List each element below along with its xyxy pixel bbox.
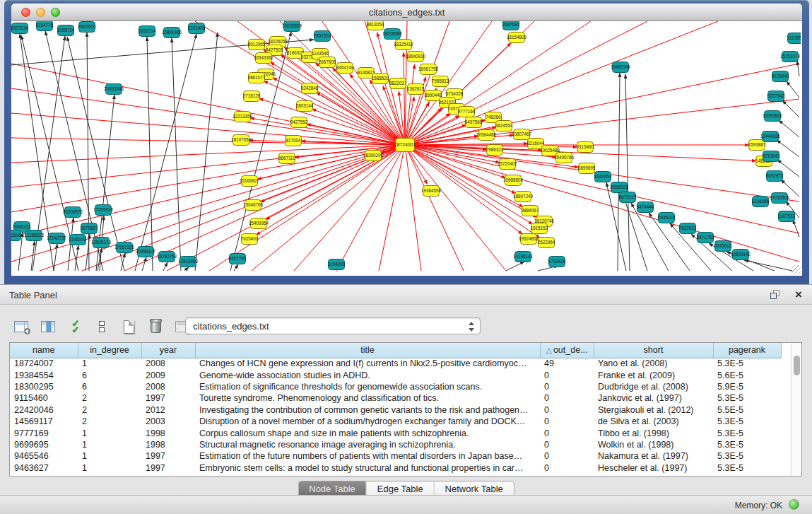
table-cell[interactable]: 2008 [141, 381, 195, 392]
table-row[interactable]: 969969511998Structural magnetic resonanc… [10, 439, 781, 450]
table-cell[interactable]: 9465546 [10, 450, 78, 462]
graph-node[interactable]: 1216086 [752, 197, 770, 207]
resize-grip[interactable] [792, 265, 801, 274]
graph-node[interactable]: 12505123 [91, 238, 112, 248]
graph-node[interactable]: 6679197 [619, 192, 637, 203]
float-panel-icon[interactable] [770, 290, 781, 300]
graph-node[interactable]: 9245012 [714, 241, 732, 252]
graph-node[interactable]: 8912955 [248, 40, 266, 50]
graph-node[interactable]: 9884067 [522, 206, 539, 216]
graph-node[interactable]: 2935114 [658, 213, 676, 223]
graph-node[interactable]: 16033809 [282, 21, 302, 32]
table-cell[interactable]: 0 [540, 439, 594, 450]
table-cell[interactable]: Hescheler et al. (1997) [594, 462, 713, 474]
table-cell[interactable]: 9463627 [10, 462, 78, 474]
graph-node[interactable]: 9457791 [229, 254, 247, 264]
graph-node[interactable]: 1167533 [778, 211, 796, 222]
graph-node[interactable]: 16782753 [157, 252, 177, 262]
citation-edge-selected[interactable] [405, 145, 799, 233]
table-cell[interactable]: 1997 [141, 462, 195, 474]
graph-node[interactable]: 20891406 [162, 28, 182, 38]
graph-node[interactable]: 2687682 [502, 21, 520, 30]
graph-node[interactable]: 9129946 [772, 71, 789, 82]
graph-node[interactable]: 15751074 [780, 52, 801, 62]
graph-node[interactable]: 1623134 [11, 23, 29, 34]
graph-node[interactable]: 1615152 [531, 223, 548, 234]
graph-node[interactable]: 1112658 [787, 33, 801, 44]
citation-edge[interactable] [54, 244, 57, 271]
row-height-button[interactable] [90, 314, 113, 339]
citation-edge[interactable] [147, 37, 153, 271]
column-header-short[interactable]: short [594, 343, 713, 358]
graph-node[interactable]: 2803144 [296, 101, 314, 112]
citation-edge[interactable] [506, 262, 524, 271]
table-cell[interactable]: 9699695 [10, 439, 78, 450]
table-cell[interactable]: 1998 [141, 439, 195, 450]
citation-edge-selected[interactable] [404, 52, 405, 145]
table-scrollbar-thumb[interactable] [794, 356, 800, 375]
graph-node[interactable]: 5692971 [766, 171, 784, 182]
table-cell[interactable]: Estimation of significance thresholds fo… [195, 381, 540, 392]
graph-node[interactable]: 16154803 [507, 33, 527, 43]
graph-node[interactable]: 14136141 [513, 252, 534, 262]
graph-node[interactable]: 20053346 [104, 84, 124, 95]
graph-node[interactable]: 17016504 [770, 193, 790, 204]
graph-node[interactable]: 19487944 [611, 62, 631, 73]
table-cell[interactable]: 1 [78, 462, 141, 474]
table-cell[interactable]: 5.9E-5 [713, 381, 781, 392]
graph-node[interactable]: 8922600 [78, 22, 96, 33]
graph-node[interactable]: 18300295 [363, 151, 384, 161]
graph-node[interactable]: 8958923 [611, 182, 628, 193]
graph-node[interactable]: 17359928 [93, 205, 114, 216]
graph-node[interactable]: 6497568 [465, 117, 483, 128]
graph-node[interactable]: 3624554 [495, 121, 513, 132]
column-header-title[interactable]: title [195, 343, 540, 358]
graph-node[interactable]: 19384554 [421, 186, 442, 197]
graph-node[interactable]: 10688809 [503, 175, 524, 186]
table-cell[interactable]: 49 [540, 358, 594, 369]
table-cell[interactable]: Dudbridge et al. (2008) [594, 381, 713, 392]
citation-edge-selected[interactable] [379, 145, 405, 271]
table-cell[interactable]: 5.3E-5 [713, 416, 781, 427]
table-cell[interactable]: Embryonic stem cells: a model to study s… [195, 462, 540, 474]
table-cell[interactable]: 5.6E-5 [713, 369, 781, 380]
graph-node[interactable]: 16543362 [254, 53, 274, 64]
citation-edge-selected[interactable] [405, 145, 464, 271]
delete-table-button[interactable] [144, 314, 167, 339]
citation-edge[interactable] [184, 267, 189, 271]
table-cell[interactable]: 5.3E-5 [713, 439, 781, 450]
graph-node[interactable]: 25495786 [554, 153, 575, 163]
table-cell[interactable]: 0 [540, 404, 594, 416]
graph-node[interactable]: 6899695 [578, 163, 596, 174]
close-panel-icon[interactable]: × [795, 288, 802, 302]
graph-node[interactable]: 9227342 [767, 91, 785, 102]
citation-edge-selected[interactable] [11, 145, 405, 163]
table-cell[interactable]: 5.3E-5 [713, 427, 781, 438]
citation-edge[interactable] [234, 264, 238, 271]
citation-edge[interactable] [779, 120, 799, 137]
table-cell[interactable]: 5.3E-5 [713, 450, 781, 462]
table-row[interactable]: 1830029562008Estimation of significance … [10, 381, 781, 392]
table-cell[interactable]: Franke et al. (2009) [594, 369, 713, 380]
network-view-window[interactable]: citations_edges.txt 89129551822605894275… [4, 0, 809, 284]
citation-edge-selected[interactable] [209, 145, 405, 271]
table-cell[interactable]: 2 [78, 416, 141, 427]
table-cell[interactable]: 0 [540, 381, 594, 392]
graph-node[interactable]: 7857224 [314, 31, 331, 42]
graph-node[interactable]: 1362615 [407, 84, 425, 95]
select-all-button[interactable]: ✓✓ [64, 314, 86, 339]
graph-node[interactable]: 1588520 [372, 74, 389, 84]
column-header-out_de[interactable]: △out_de... [540, 343, 594, 358]
table-cell[interactable]: 0 [540, 450, 594, 462]
table-row[interactable]: 1872400712008Changes of HCN gene express… [10, 358, 781, 369]
graph-node[interactable]: 9115460 [577, 142, 594, 153]
graph-node[interactable]: 12923468 [178, 257, 199, 267]
table-cell[interactable]: 2008 [141, 358, 195, 369]
graph-node[interactable]: 19218586 [382, 29, 403, 40]
table-cell[interactable]: Corpus callosum shape and size in male p… [195, 427, 540, 438]
table-cell[interactable]: 2012 [141, 404, 195, 416]
table-cell[interactable]: Structural magnetic resonance image aver… [195, 439, 540, 450]
table-selector-combobox[interactable]: citations_edges.txt [185, 317, 481, 334]
table-row[interactable]: 946554611997Estimation of the future num… [10, 450, 781, 462]
table-cell[interactable]: 5.3E-5 [713, 392, 781, 404]
